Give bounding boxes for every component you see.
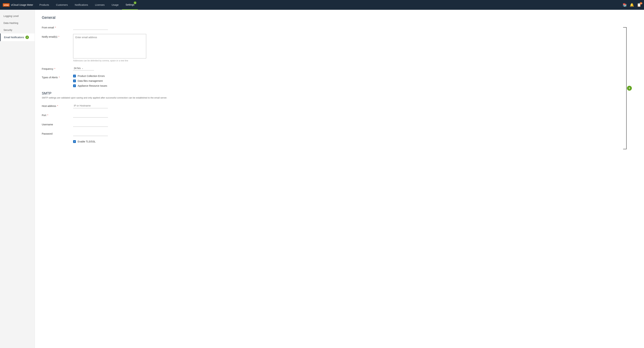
required-star-3: *	[54, 68, 55, 70]
bracket-top	[623, 27, 626, 28]
password-input[interactable]	[73, 131, 108, 136]
tls-ssl-label-spacer	[42, 140, 73, 141]
host-address-input[interactable]	[73, 103, 108, 108]
notify-emails-group: Notify email(s) * Addresses can be delim…	[42, 34, 637, 62]
sidebar: Logging Level Data Hashing Security Emai…	[0, 10, 35, 348]
nav-icon-area: 📚 🔔 📋 true	[620, 3, 644, 7]
checkbox-product-collection-errors[interactable]	[73, 75, 76, 77]
notify-emails-wrapper: Addresses can be delimited by comma, spa…	[73, 34, 146, 62]
smtp-description: SMTP settings are validated upon saving …	[42, 96, 637, 99]
clipboard-icon[interactable]: 📋 true	[637, 3, 641, 7]
host-address-label: Host address *	[42, 103, 73, 107]
sidebar-item-security[interactable]: Security	[0, 27, 35, 34]
required-star-4: *	[58, 76, 60, 79]
nav-item-products[interactable]: Products	[36, 0, 52, 10]
bracket-bottom	[623, 149, 626, 149]
main-content: General From email * Notify email(s) * A…	[35, 10, 644, 348]
checkbox-tls-ssl[interactable]	[73, 140, 76, 143]
brand-logo-area: vmw vCloud Usage Meter	[0, 0, 36, 10]
port-input[interactable]	[73, 112, 108, 117]
from-email-label: From email *	[42, 25, 73, 29]
required-star: *	[54, 26, 56, 29]
bell-icon[interactable]: 🔔	[630, 3, 634, 7]
alerts-group: Types of Alerts * Product Collection Err…	[42, 75, 637, 87]
sidebar-item-data-hashing[interactable]: Data Hashing	[0, 20, 35, 27]
general-section-title: General	[42, 15, 637, 20]
port-label: Port *	[42, 112, 73, 117]
nav-item-licenses[interactable]: Licenses	[92, 0, 108, 10]
frequency-label: Frequency *	[42, 66, 73, 70]
required-star-5: *	[56, 105, 58, 107]
annotation-badge-3: 3	[627, 86, 632, 91]
host-address-group: Host address *	[42, 103, 637, 108]
top-navigation: vmw vCloud Usage Meter Products Customer…	[0, 0, 644, 10]
frequency-group: Frequency * 24 hrs ⌄	[42, 66, 637, 70]
nav-item-usage[interactable]: Usage	[108, 0, 122, 10]
frequency-dropdown[interactable]: 24 hrs ⌄	[73, 66, 94, 70]
library-icon[interactable]: 📚	[622, 3, 627, 7]
app-layout: Logging Level Data Hashing Security Emai…	[0, 10, 644, 348]
tls-ssl-checkbox-item[interactable]: Enable TLS/SSL	[73, 140, 96, 143]
vmw-logo: vmw	[3, 3, 10, 7]
nav-item-settings[interactable]: Settings 1	[122, 0, 138, 10]
checkbox-appliance-resource-issues[interactable]	[73, 84, 76, 87]
annotation-bracket-3: 3	[623, 27, 630, 149]
smtp-section-title: SMTP	[42, 91, 637, 95]
password-label: Password	[42, 131, 73, 135]
username-label: Username	[42, 122, 73, 126]
checkbox-data-files-management[interactable]	[73, 80, 76, 82]
tls-ssl-group: Enable TLS/SSL	[42, 140, 637, 143]
nav-item-notifications[interactable]: Notifications	[71, 0, 92, 10]
port-group: Port *	[42, 112, 637, 117]
alert-data-files-management[interactable]: Data files management	[73, 80, 107, 82]
notify-emails-hint: Addresses can be delimited by comma, spa…	[73, 59, 146, 62]
clipboard-badge: true	[640, 2, 642, 5]
alert-product-collection-errors[interactable]: Product Collection Errors	[73, 75, 107, 77]
required-star-6: *	[47, 114, 48, 117]
settings-badge: 1	[134, 2, 136, 4]
alerts-label: Types of Alerts *	[42, 75, 73, 79]
notify-emails-textarea[interactable]	[73, 34, 146, 58]
alert-appliance-resource-issues[interactable]: Appliance Resource Issues	[73, 84, 107, 87]
from-email-group: From email *	[42, 25, 637, 30]
sidebar-item-logging-level[interactable]: Logging Level	[0, 13, 35, 20]
checkbox-group: Product Collection Errors Data files man…	[73, 75, 107, 87]
tls-ssl-label: Enable TLS/SSL	[78, 140, 96, 143]
username-group: Username	[42, 122, 637, 127]
password-group: Password	[42, 131, 637, 136]
sidebar-item-email-notifications[interactable]: Email Notifications 2	[0, 34, 35, 41]
nav-item-customers[interactable]: Customers	[52, 0, 71, 10]
required-star-2: *	[58, 35, 59, 38]
username-input[interactable]	[73, 122, 108, 127]
brand-title: vCloud Usage Meter	[11, 4, 33, 6]
chevron-down-icon: ⌄	[82, 67, 83, 69]
from-email-input[interactable]	[73, 25, 108, 30]
notify-emails-label: Notify email(s) *	[42, 34, 73, 38]
nav-links: Products Customers Notifications License…	[36, 0, 620, 10]
bracket-line	[626, 27, 626, 149]
email-notifications-badge: 2	[26, 36, 29, 39]
